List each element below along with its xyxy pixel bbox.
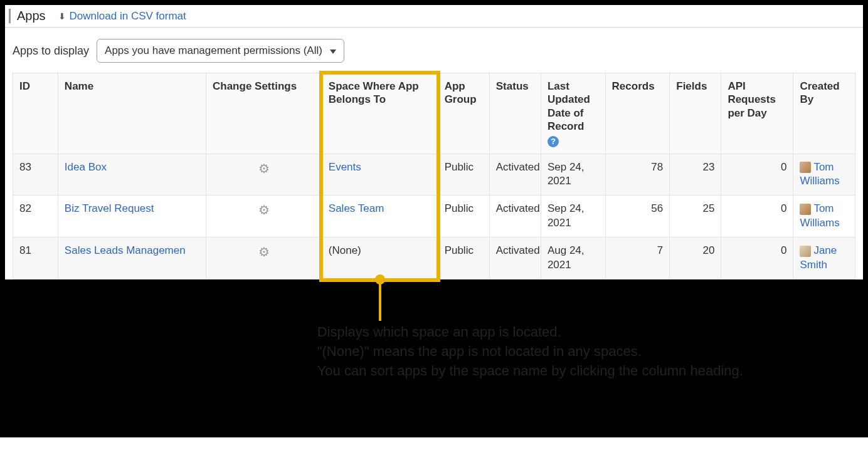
- cell-fields: 23: [670, 154, 721, 196]
- download-icon: ⬇: [58, 11, 66, 21]
- cell-createdby: Tom Williams: [793, 196, 855, 238]
- cell-createdby: Jane Smith: [793, 238, 855, 279]
- avatar: [800, 162, 811, 173]
- apps-to-display-select[interactable]: Apps you have management permissions (Al…: [97, 39, 344, 63]
- app-link[interactable]: Sales Leads Managemen: [65, 244, 186, 256]
- cell-api: 0: [721, 154, 793, 196]
- table-row: 82Biz Travel Request⚙Sales TeamPublicAct…: [13, 196, 855, 238]
- help-icon[interactable]: ?: [548, 136, 559, 147]
- col-lastupdated-label: Last Updated Date of Record: [548, 80, 590, 132]
- select-value: Apps you have management permissions (Al…: [105, 44, 322, 57]
- app-link[interactable]: Idea Box: [65, 161, 107, 173]
- cell-api: 0: [721, 196, 793, 238]
- col-createdby[interactable]: Created By: [793, 73, 855, 154]
- cell-change: ⚙: [206, 196, 322, 238]
- header-bar: Apps ⬇ Download in CSV format: [5, 5, 863, 28]
- space-link[interactable]: Sales Team: [329, 202, 384, 214]
- col-lastupdated[interactable]: Last Updated Date of Record ?: [541, 73, 605, 154]
- cell-change: ⚙: [206, 154, 322, 196]
- filter-label: Apps to display: [13, 44, 89, 58]
- cell-appgroup: Public: [438, 196, 489, 238]
- table-header-row: ID Name Change Settings Space Where App …: [13, 73, 855, 154]
- col-space[interactable]: Space Where App Belongs To: [322, 73, 438, 154]
- filter-row: Apps to display Apps you have management…: [5, 28, 863, 73]
- cell-appgroup: Public: [438, 154, 489, 196]
- cell-status: Activated: [489, 196, 541, 238]
- gear-icon[interactable]: ⚙: [258, 244, 270, 261]
- cell-fields: 25: [670, 196, 721, 238]
- table-row: 83Idea Box⚙EventsPublicActivatedSep 24, …: [13, 154, 855, 196]
- cell-space: (None): [322, 238, 438, 279]
- space-link[interactable]: Events: [329, 161, 361, 173]
- col-fields[interactable]: Fields: [670, 73, 721, 154]
- cell-id: 81: [13, 238, 58, 279]
- cell-api: 0: [721, 238, 793, 279]
- cell-records: 56: [605, 196, 670, 238]
- col-change[interactable]: Change Settings: [206, 73, 322, 154]
- table-row: 81Sales Leads Managemen⚙(None)PublicActi…: [13, 238, 855, 279]
- apps-table: ID Name Change Settings Space Where App …: [13, 73, 855, 279]
- cell-name: Idea Box: [58, 154, 206, 196]
- col-appgroup[interactable]: App Group: [438, 73, 489, 154]
- col-api[interactable]: API Requests per Day: [721, 73, 793, 154]
- cell-lastupdated: Sep 24, 2021: [541, 196, 605, 238]
- cell-status: Activated: [489, 238, 541, 279]
- gear-icon[interactable]: ⚙: [258, 202, 270, 219]
- page-title: Apps: [9, 9, 52, 23]
- annotation-text: Displays which space an app is located. …: [317, 323, 743, 380]
- cell-space: Events: [322, 154, 438, 196]
- annotation-overlay: Displays which space an app is located. …: [5, 288, 863, 432]
- cell-lastupdated: Aug 24, 2021: [541, 238, 605, 279]
- cell-id: 83: [13, 154, 58, 196]
- cell-name: Sales Leads Managemen: [58, 238, 206, 279]
- col-status[interactable]: Status: [489, 73, 541, 154]
- cell-change: ⚙: [206, 238, 322, 279]
- apps-admin-panel: Apps ⬇ Download in CSV format Apps to di…: [5, 5, 863, 279]
- app-link[interactable]: Biz Travel Request: [65, 202, 154, 214]
- cell-records: 7: [605, 238, 670, 279]
- download-csv-link[interactable]: ⬇ Download in CSV format: [58, 10, 186, 23]
- col-records[interactable]: Records: [605, 73, 670, 154]
- cell-id: 82: [13, 196, 58, 238]
- cell-space: Sales Team: [322, 196, 438, 238]
- cell-fields: 20: [670, 238, 721, 279]
- cell-lastupdated: Sep 24, 2021: [541, 154, 605, 196]
- avatar: [800, 204, 811, 215]
- annotation-connector-dot: [375, 274, 385, 284]
- cell-status: Activated: [489, 154, 541, 196]
- cell-createdby: Tom Williams: [793, 154, 855, 196]
- gear-icon[interactable]: ⚙: [258, 160, 270, 177]
- space-none: (None): [329, 244, 361, 256]
- cell-name: Biz Travel Request: [58, 196, 206, 238]
- col-name[interactable]: Name: [58, 73, 206, 154]
- avatar: [800, 246, 811, 257]
- col-id[interactable]: ID: [13, 73, 58, 154]
- download-csv-label: Download in CSV format: [70, 10, 186, 23]
- cell-records: 78: [605, 154, 670, 196]
- cell-appgroup: Public: [438, 238, 489, 279]
